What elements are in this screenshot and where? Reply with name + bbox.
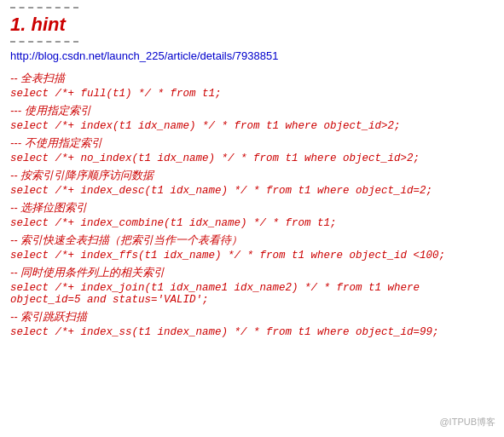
section-code-6: select /*+ index_join(t1 idx_name1 idx_n…	[10, 282, 494, 306]
section-1: --- 使用指定索引select /*+ index(t1 idx_name) …	[10, 103, 494, 132]
section-comment-5: -- 索引快速全表扫描（把索引当作一个表看待）	[10, 233, 494, 248]
section-code-5: select /*+ index_ffs(t1 idx_name) */ * f…	[10, 250, 494, 262]
section-comment-1: --- 使用指定索引	[10, 103, 494, 118]
page-title: 1. hint	[10, 14, 494, 36]
section-2: --- 不使用指定索引select /*+ no_index(t1 idx_na…	[10, 135, 494, 164]
section-comment-0: -- 全表扫描	[10, 71, 494, 86]
section-code-3: select /*+ index_desc(t1 idx_name) */ * …	[10, 185, 494, 197]
reference-link[interactable]: http://blog.csdn.net/launch_225/article/…	[10, 49, 494, 62]
section-code-7: select /*+ index_ss(t1 index_name) */ * …	[10, 326, 494, 338]
section-6: -- 同时使用条件列上的相关索引select /*+ index_join(t1…	[10, 265, 494, 306]
section-code-2: select /*+ no_index(t1 idx_name) */ * fr…	[10, 152, 494, 164]
section-7: -- 索引跳跃扫描select /*+ index_ss(t1 index_na…	[10, 309, 494, 338]
section-comment-2: --- 不使用指定索引	[10, 135, 494, 151]
title-text: hint	[31, 14, 65, 35]
section-comment-3: -- 按索引引降序顺序访问数据	[10, 168, 494, 183]
title-prefix: 1.	[10, 14, 31, 35]
section-code-1: select /*+ index(t1 idx_name) */ * from …	[10, 120, 494, 132]
section-comment-7: -- 索引跳跃扫描	[10, 309, 494, 325]
section-comment-6: -- 同时使用条件列上的相关索引	[10, 265, 494, 280]
sections-container: -- 全表扫描select /*+ full(t1) */ * from t1;…	[10, 71, 494, 338]
section-5: -- 索引快速全表扫描（把索引当作一个表看待）select /*+ index_…	[10, 233, 494, 262]
mid-divider	[10, 41, 78, 43]
watermark: @ITPUB博客	[439, 416, 495, 428]
section-0: -- 全表扫描select /*+ full(t1) */ * from t1;	[10, 71, 494, 100]
section-4: -- 选择位图索引select /*+ index_combine(t1 idx…	[10, 200, 494, 229]
top-divider	[10, 7, 78, 9]
section-code-0: select /*+ full(t1) */ * from t1;	[10, 88, 494, 100]
section-3: -- 按索引引降序顺序访问数据select /*+ index_desc(t1 …	[10, 168, 494, 197]
section-code-4: select /*+ index_combine(t1 idx_name) */…	[10, 217, 494, 229]
section-comment-4: -- 选择位图索引	[10, 200, 494, 216]
